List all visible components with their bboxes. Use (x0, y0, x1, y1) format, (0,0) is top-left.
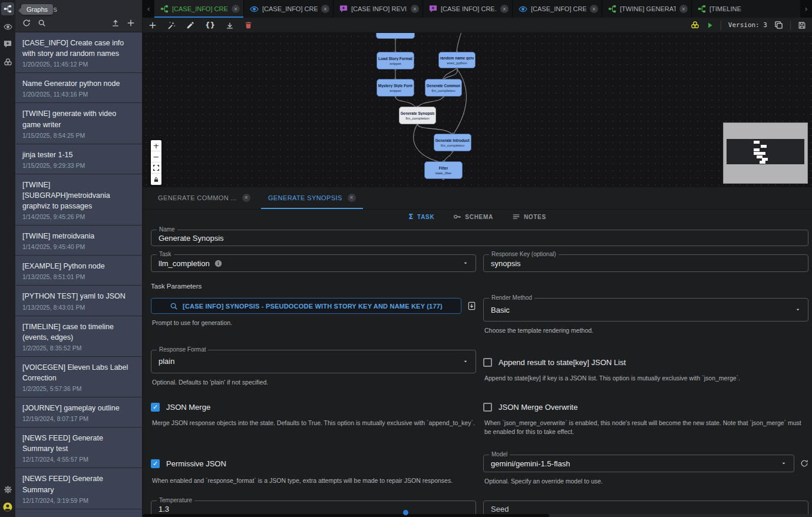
json-merge-checkbox[interactable]: ✓ JSON Merge (151, 403, 476, 412)
task-select[interactable]: Task llm_completion (151, 254, 476, 272)
lock-button[interactable] (151, 174, 161, 185)
graph-node[interactable]: Generate Common Infollm_completion (425, 79, 462, 97)
view-tab-schema[interactable]: SCHEMA (453, 213, 493, 221)
minimap-viewport[interactable] (727, 139, 804, 164)
graph-list-item[interactable]: [NEWS FEED] Generate Summary12/17/2024, … (15, 468, 142, 509)
tab-close-button[interactable]: × (500, 5, 509, 13)
zoom-out-button[interactable]: − (151, 151, 161, 163)
graph-list-item[interactable]: [TWINE] metroidvania1/14/2025, 9:45:40 P… (15, 226, 142, 256)
json-merge-helper: Merge JSON response objects into the sta… (152, 419, 475, 428)
rail-item-prompts[interactable] (1, 38, 14, 51)
graph-item-title: [TWINE][SUBGRAPH]metroidvania graphviz t… (22, 180, 135, 211)
node-tab[interactable]: GENERATE SYNOPSIS× (261, 187, 363, 209)
graph-node[interactable]: Filterstate_filter (424, 161, 463, 179)
panel-drag-handle[interactable] (403, 510, 408, 515)
graph-node[interactable]: Mystery Style Format...snippet (377, 79, 414, 97)
checkbox-icon (483, 358, 492, 367)
add-graph-icon[interactable] (127, 19, 135, 27)
chevron-down-icon (795, 307, 801, 313)
tab-close-button[interactable]: × (411, 5, 419, 13)
braces-button[interactable]: {} (205, 22, 215, 29)
fit-view-button[interactable] (151, 163, 161, 174)
refresh-icon[interactable] (22, 19, 31, 27)
response-key-field[interactable]: Response Key (optional) synopsis (483, 254, 808, 272)
graph-list-item[interactable]: [CASE_INFO] Create case info with story … (15, 32, 142, 73)
rail-item-account[interactable] (1, 501, 14, 513)
graph-list-item[interactable]: [TIMELINE] case to timeline (events, edg… (15, 316, 142, 357)
node-tab-close-button[interactable]: × (348, 194, 356, 202)
append-to-key-checkbox[interactable]: Append result to state[key] JSON List (483, 358, 808, 367)
tab-close-button[interactable]: × (679, 5, 688, 13)
model-select[interactable]: Model gemini/gemini-1.5-flash (483, 455, 794, 472)
editor-tab[interactable]: [CASE_INFO] CRE...× (513, 0, 602, 18)
render-method-select[interactable]: Render Method Basic (483, 298, 808, 322)
graph-list-item[interactable]: [NEWS FEED] Generate Summary test12/17/2… (15, 427, 142, 468)
graph-list-item[interactable]: [CASE_INFO] Create case info with story … (15, 509, 142, 517)
graph-node[interactable]: random name genera...exec_python (438, 52, 476, 68)
zoom-in-button[interactable]: + (151, 140, 161, 151)
node-tab-close-button[interactable]: × (242, 194, 250, 202)
canvas-controls: + − (151, 140, 161, 185)
editor-tab[interactable]: [CASE INFO] CRE...× (423, 0, 513, 18)
chevron-down-icon (463, 260, 468, 266)
prompt-select-button[interactable]: [CASE INFO] SYNOPSIS - PSEUDOCODE WITH S… (151, 298, 461, 314)
graph-node[interactable]: Generate Introductionllm_completion (434, 134, 471, 151)
knot-icon[interactable] (691, 21, 699, 29)
name-field[interactable]: Name Generate Synopsis (151, 230, 808, 246)
save-icon[interactable] (798, 21, 806, 29)
graph-list-item[interactable]: Name Generator python node1/20/2025, 11:… (15, 73, 142, 103)
refresh-models-icon[interactable] (800, 459, 808, 468)
editor-tab[interactable]: [CASE_INFO] CRE...× (154, 0, 244, 18)
render-method-value: Basic (491, 306, 510, 314)
minimap[interactable] (723, 122, 808, 184)
minus-icon: − (153, 153, 160, 161)
download-button[interactable] (226, 21, 234, 29)
graph-list-item[interactable]: [PYTHON TEST] yaml to JSON1/13/2025, 8:4… (15, 286, 142, 316)
graph-node[interactable]: Load Story Formatsnippet (377, 52, 414, 69)
rail-item-settings[interactable] (1, 483, 14, 496)
rail-item-graphs[interactable] (1, 2, 14, 15)
add-button[interactable] (148, 21, 157, 29)
rail-item-knot[interactable] (1, 55, 14, 68)
node-title: Generate Synopsis (401, 111, 435, 115)
tabs-scroll-right-button[interactable]: › (800, 0, 812, 18)
view-tab-task[interactable]: ΣTASK (408, 213, 434, 220)
editor-tab[interactable]: [CASE INFO] REVI...× (334, 0, 423, 18)
upload-icon[interactable] (111, 19, 120, 27)
graph-canvas[interactable]: + − state_mkeyLoad Story Formatsnippetra… (143, 33, 812, 187)
graph-list-item[interactable]: [JOURNEY] gameplay outline12/19/2024, 8:… (15, 397, 142, 427)
scrollbar-thumb[interactable] (143, 514, 549, 517)
graph-list-item[interactable]: [TWINE] generate with video game writer1… (15, 103, 142, 144)
tabs-scroll-left-button[interactable]: ‹ (143, 0, 154, 18)
tab-close-button[interactable]: × (232, 5, 240, 13)
editor-tab[interactable]: [CASE_INFO] CRE...× (244, 0, 334, 18)
editor-tab[interactable]: [TIMELINE (692, 0, 800, 18)
rail-item-viewer[interactable] (1, 20, 14, 33)
tab-close-button[interactable]: × (590, 5, 598, 13)
graph-node[interactable]: Generate Synopsisllm_completion (399, 107, 436, 124)
search-icon[interactable] (38, 19, 46, 27)
tab-close-button[interactable]: × (321, 5, 329, 13)
minimap-node (761, 145, 767, 148)
horizontal-scrollbar[interactable] (143, 514, 812, 517)
knot-icon (4, 58, 12, 67)
graph-node[interactable]: state_mkey (376, 33, 415, 39)
run-icon[interactable] (707, 22, 714, 29)
permissive-json-checkbox[interactable]: ✓ Permissive JSON (151, 459, 476, 468)
editor-tab[interactable]: [TWINE] GENERAT...× (602, 0, 692, 18)
info-icon[interactable] (214, 260, 222, 267)
graph-list-item[interactable]: [TWINE][SUBGRAPH]metroidvania graphviz t… (15, 174, 142, 226)
json-merge-overwrite-checkbox[interactable]: JSON Merge Overwrite (483, 403, 808, 412)
graph-list-item[interactable]: [EXAMPLE] Python node1/13/2025, 8:51:01 … (15, 256, 142, 286)
response-format-select[interactable]: Response Format plain (151, 350, 476, 373)
post-add-icon[interactable] (467, 301, 476, 310)
graph-icon (698, 5, 706, 13)
copy-icon[interactable] (774, 21, 783, 29)
view-tab-notes[interactable]: NOTES (512, 213, 546, 221)
auto-layout-button[interactable] (167, 21, 176, 29)
node-tab[interactable]: GENERATE COMMON ...× (151, 187, 258, 209)
graph-list-item[interactable]: jinja tester 1-151/15/2025, 9:29:33 PM (15, 144, 142, 174)
edit-button[interactable] (186, 21, 194, 29)
delete-button[interactable] (245, 21, 252, 29)
graph-list-item[interactable]: [VOICEGEN] Eleven Labs Label Correction1… (15, 357, 142, 397)
